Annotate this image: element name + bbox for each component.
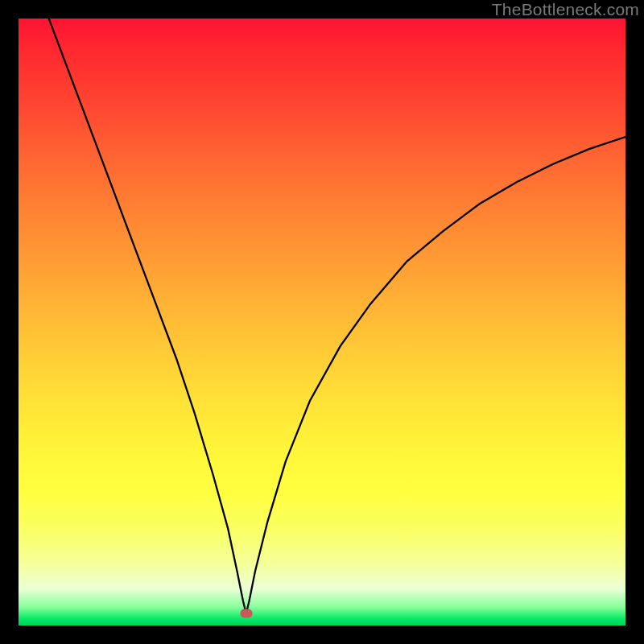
curve-svg [19, 19, 625, 625]
plot-area [19, 19, 625, 625]
chart-frame: TheBottleneck.com [0, 0, 644, 644]
bottleneck-curve [49, 19, 625, 613]
optimum-marker [240, 609, 252, 617]
watermark-text: TheBottleneck.com [492, 0, 639, 19]
